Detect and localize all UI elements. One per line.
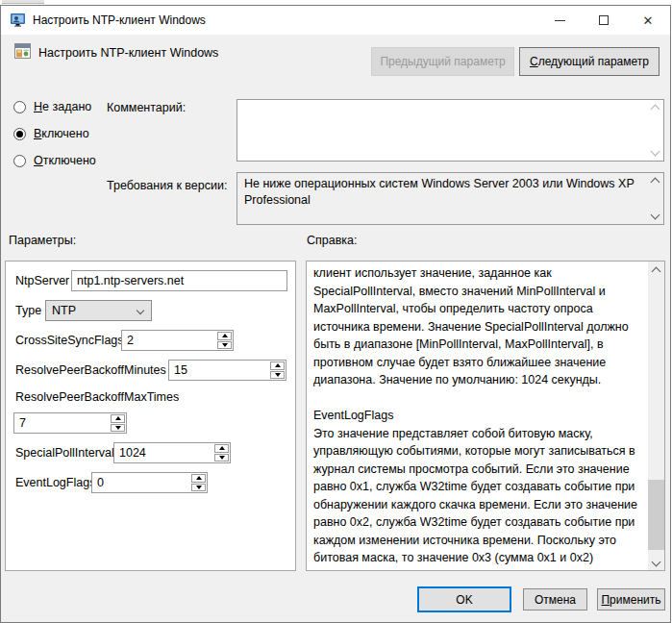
- apply-rest: рименить: [610, 593, 660, 607]
- specialpollinterval-value: 1024: [119, 446, 146, 460]
- type-label: Type: [15, 304, 45, 317]
- eventlogflags-value: 0: [97, 476, 104, 489]
- cancel-button[interactable]: Отмена: [523, 588, 587, 611]
- type-row: Type NTP: [15, 300, 287, 321]
- spin-down-icon: [219, 456, 225, 460]
- radio-not-configured[interactable]: Не задано: [13, 100, 91, 113]
- resolvepeerbackoffminutes-input[interactable]: 15: [168, 360, 286, 381]
- spin-up-button[interactable]: [214, 444, 229, 453]
- radio-enabled[interactable]: Включено: [13, 127, 89, 140]
- spin-up-button[interactable]: [191, 474, 206, 483]
- spin-down-icon: [275, 373, 281, 377]
- requirements-label: Требования к версии:: [107, 179, 227, 192]
- next-setting-button[interactable]: Следующий параметр: [519, 47, 660, 76]
- gpo-setting-dialog: Настроить NTP-клиент Windows ✕ Настроить…: [0, 5, 671, 623]
- requirements-value: Не ниже операционных систем Windows Serv…: [244, 177, 635, 207]
- scroll-down-button[interactable]: [648, 554, 664, 570]
- eventlogflags-input[interactable]: 0: [91, 472, 208, 493]
- scroll-down-icon[interactable]: [650, 211, 660, 220]
- close-button[interactable]: ✕: [626, 6, 670, 35]
- crosssitesyncflags-row: CrossSiteSyncFlags 2: [15, 330, 287, 351]
- spin-down-button[interactable]: [217, 341, 232, 350]
- type-dropdown[interactable]: NTP: [45, 300, 152, 321]
- spin-up-icon: [219, 446, 225, 450]
- next-rest: ледующий параметр: [538, 55, 649, 68]
- spin-down-button[interactable]: [214, 454, 229, 462]
- help-paragraph-2: Это значение представляет собой битовую …: [313, 425, 643, 571]
- spin-up-button[interactable]: [270, 361, 285, 370]
- minimize-icon: [555, 20, 565, 21]
- minimize-button[interactable]: [537, 6, 582, 35]
- ntpserver-value: ntp1.ntp-servers.net: [77, 274, 184, 287]
- crosssitesyncflags-value: 2: [127, 334, 134, 347]
- resolvepeerbackoffminutes-row: ResolvePeerBackoffMinutes 15: [15, 360, 287, 381]
- requirements-box: Не ниже операционных систем Windows Serv…: [236, 172, 664, 225]
- close-icon: ✕: [643, 13, 654, 28]
- chevron-down-icon: [137, 307, 144, 314]
- resolvepeerbackoffminutes-label: ResolvePeerBackoffMinutes: [15, 363, 168, 377]
- ntpserver-input[interactable]: ntp1.ntp-servers.net: [71, 270, 287, 291]
- spin-down-button[interactable]: [270, 371, 285, 380]
- setting-title: Настроить NTP-клиент Windows: [38, 46, 218, 60]
- ntpserver-row: NtpServer ntp1.ntp-servers.net: [15, 270, 287, 291]
- radio-label: Включено: [34, 127, 89, 140]
- scroll-up-icon: [652, 266, 661, 276]
- specialpollinterval-row: SpecialPollInterval 1024: [15, 442, 287, 463]
- type-value: NTP: [52, 304, 76, 317]
- scroll-up-icon[interactable]: [650, 105, 660, 114]
- spin-down-icon: [115, 426, 121, 430]
- background-window-fragment: [2, 0, 44, 4]
- help-subheading: EventLogFlags: [313, 407, 643, 425]
- options-section-label: Параметры:: [9, 234, 76, 247]
- specialpollinterval-label: SpecialPollInterval: [15, 446, 113, 460]
- radio-icon: [13, 101, 26, 113]
- spin-up-button[interactable]: [111, 414, 125, 423]
- spin-down-icon: [222, 343, 228, 347]
- resolvepeerbackoffmaxtimes-label: ResolvePeerBackoffMaxTimes: [15, 390, 179, 404]
- crosssitesyncflags-input[interactable]: 2: [121, 330, 234, 351]
- ok-button[interactable]: OK: [417, 586, 511, 612]
- spin-up-button[interactable]: [217, 332, 232, 340]
- scroll-down-icon[interactable]: [650, 147, 660, 157]
- help-panel: клиент использует значение, заданное как…: [306, 261, 665, 571]
- scroll-down-icon: [652, 557, 661, 566]
- previous-setting-button[interactable]: Предыдущий параметр: [371, 47, 514, 76]
- eventlogflags-label: EventLogFlags: [15, 476, 91, 489]
- spin-down-icon: [196, 486, 202, 489]
- scroll-up-button[interactable]: [648, 262, 664, 278]
- setting-icon: [14, 43, 31, 59]
- policy-app-icon: [10, 12, 26, 28]
- radio-label: Отключено: [34, 154, 96, 167]
- options-panel: NtpServer ntp1.ntp-servers.net Type NTP …: [5, 261, 296, 571]
- spin-down-button[interactable]: [191, 484, 206, 492]
- scrollbar-thumb[interactable]: [648, 480, 664, 550]
- resolvepeerbackoffmaxtimes-label-row: ResolvePeerBackoffMaxTimes: [15, 389, 287, 404]
- spin-up-icon: [222, 334, 228, 337]
- help-section-label: Справка:: [307, 234, 358, 247]
- scroll-up-icon[interactable]: [650, 178, 660, 187]
- ntpserver-label: NtpServer: [15, 274, 71, 287]
- radio-icon: [13, 155, 26, 167]
- next-accel: С: [530, 55, 538, 68]
- comment-label: Комментарий:: [107, 101, 186, 114]
- help-textarea[interactable]: клиент использует значение, заданное как…: [307, 262, 648, 570]
- help-scrollbar[interactable]: [648, 262, 664, 570]
- spin-down-button[interactable]: [111, 424, 125, 433]
- resolvepeerbackoffmaxtimes-value: 7: [19, 416, 26, 430]
- comment-scrollbar[interactable]: [647, 101, 662, 160]
- comment-textarea[interactable]: [236, 99, 664, 162]
- spin-up-icon: [115, 416, 121, 420]
- requirements-scrollbar[interactable]: [647, 174, 662, 223]
- resolvepeerbackoffmaxtimes-row: 7: [13, 412, 287, 434]
- radio-label: Не задано: [34, 100, 91, 113]
- eventlogflags-row: EventLogFlags 0: [15, 472, 287, 493]
- spin-up-icon: [196, 476, 202, 480]
- radio-icon-selected: [13, 128, 26, 140]
- apply-button[interactable]: Применить: [597, 588, 665, 611]
- radio-disabled[interactable]: Отключено: [13, 154, 96, 167]
- maximize-button[interactable]: [582, 6, 626, 35]
- title-bar: Настроить NTP-клиент Windows ✕: [1, 6, 670, 35]
- specialpollinterval-input[interactable]: 1024: [113, 442, 231, 463]
- resolvepeerbackoffmaxtimes-input[interactable]: 7: [13, 412, 127, 434]
- window-title: Настроить NTP-клиент Windows: [33, 13, 206, 27]
